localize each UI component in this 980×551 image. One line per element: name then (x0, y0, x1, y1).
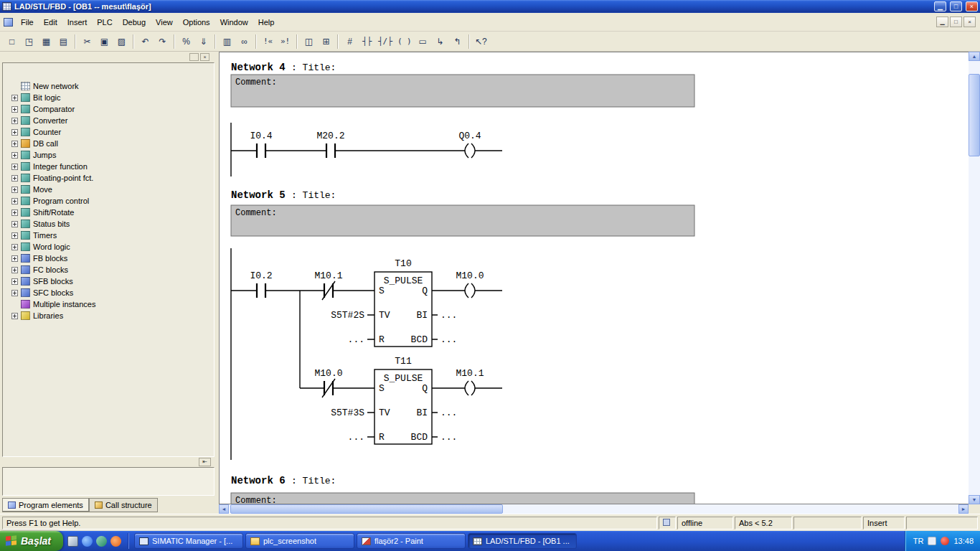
network-5-label[interactable]: Network 5 (231, 189, 286, 201)
menu-insert[interactable]: Insert (62, 15, 93, 29)
network-6-comment-box[interactable]: Comment: (231, 493, 694, 504)
vertical-scroll-track[interactable] (969, 61, 980, 495)
network-5-comment-box[interactable]: Comment: (231, 205, 694, 236)
tree-item-word-logic[interactable]: Word logic (3, 241, 214, 253)
tree-item-shift-rotate[interactable]: Shift/Rotate (3, 207, 214, 218)
menu-window[interactable]: Window (215, 15, 253, 29)
coil-operand[interactable]: M10.0 (456, 270, 484, 281)
tray-icon-1[interactable] (928, 537, 936, 545)
coil-operand[interactable]: M10.1 (456, 368, 484, 379)
expand-toggle[interactable] (11, 221, 18, 227)
close-button[interactable]: × (966, 1, 978, 11)
bcd-operand[interactable]: ... (440, 334, 457, 345)
new-network-button[interactable]: # (341, 34, 358, 50)
firefox-icon[interactable] (110, 536, 121, 547)
timer-block-T11[interactable]: T11 S_PULSE S Q TV BI R BCD (374, 356, 432, 444)
coil-Q0-4[interactable]: Q0.4 (458, 131, 481, 158)
block-function[interactable]: S_PULSE (384, 276, 423, 286)
tree-item-new-network[interactable]: New network (3, 80, 214, 92)
network-6-header[interactable]: Network 6 : Title: (231, 475, 336, 486)
tree-item-bit-logic[interactable]: Bit logic (3, 92, 214, 103)
monitor-button[interactable]: ∞ (236, 34, 253, 50)
scroll-right-icon[interactable]: ► (958, 504, 969, 514)
expand-toggle[interactable] (11, 255, 18, 262)
panel-pin-button[interactable] (189, 53, 199, 61)
mdi-minimize-button[interactable]: ▁ (936, 17, 948, 27)
block-function[interactable]: S_PULSE (384, 373, 423, 384)
contact-operand[interactable]: I0.4 (250, 131, 272, 141)
r-operand[interactable]: ... (348, 334, 364, 345)
mdi-close-button[interactable]: × (963, 17, 976, 27)
horizontal-scroll-track[interactable] (229, 504, 958, 514)
tree-item-floating-point[interactable]: Floating-point fct. (3, 172, 214, 184)
contact-I0-2[interactable]: I0.2 (250, 270, 272, 298)
tree-item-sfb-blocks[interactable]: SFB blocks (3, 276, 214, 287)
expand-toggle[interactable] (11, 106, 18, 113)
start-button[interactable]: Başlat (0, 531, 63, 551)
overview-button[interactable]: ⊞ (318, 34, 334, 50)
timer-block-T10[interactable]: T10 S_PULSE S Q TV BI R BCD (374, 258, 432, 347)
contact-nc-button[interactable]: ┤/├ (376, 34, 395, 50)
bi-operand[interactable]: ... (440, 408, 457, 418)
close-branch-button[interactable]: ↰ (449, 34, 466, 50)
contact-no-button[interactable]: ┤├ (359, 34, 375, 50)
network-6-title[interactable]: : Title: (291, 476, 336, 486)
vertical-scrollbar[interactable]: ▲ ▼ (969, 52, 980, 514)
document-icon[interactable] (4, 18, 13, 27)
media-player-icon[interactable] (96, 536, 107, 547)
horizontal-scrollbar[interactable]: ◄ ► (219, 504, 969, 514)
download-button[interactable]: ⇓ (195, 34, 212, 50)
expand-toggle[interactable] (11, 141, 18, 147)
task-simatic-manager[interactable]: SIMATIC Manager - [... (134, 533, 243, 549)
ladder-editor[interactable]: Network 4 : Title: Comment: I0.4 M20.2 (219, 52, 969, 504)
menu-edit[interactable]: Edit (39, 15, 62, 29)
task-paint[interactable]: flaşör2 - Paint (357, 533, 466, 549)
tree-item-program-control[interactable]: Program control (3, 195, 214, 207)
contact-operand[interactable]: M20.2 (316, 131, 344, 141)
internet-explorer-icon[interactable] (82, 536, 93, 547)
comment-label[interactable]: Comment: (235, 208, 277, 218)
task-plc-screenshot[interactable]: plc_screenshot (245, 533, 354, 549)
split-window-button[interactable]: ◫ (301, 34, 317, 50)
redo-button[interactable]: ↷ (154, 34, 171, 50)
next-error-button[interactable]: »! (277, 34, 293, 50)
contact-I0-4[interactable]: I0.4 (250, 131, 272, 158)
network-4-header[interactable]: Network 4 : Title: (231, 62, 336, 73)
tab-call-structure[interactable]: Call structure (89, 498, 158, 512)
open-button[interactable]: ◳ (21, 34, 37, 50)
bi-operand[interactable]: ... (440, 310, 457, 321)
tree-item-comparator[interactable]: Comparator (3, 103, 214, 115)
expand-toggle[interactable] (11, 95, 18, 101)
tree-item-multiple-instances[interactable]: Multiple instances (3, 298, 214, 310)
expand-toggle[interactable] (11, 175, 18, 182)
save-button[interactable]: ▦ (38, 34, 55, 50)
menu-view[interactable]: View (151, 15, 178, 29)
open-branch-button[interactable]: ↳ (432, 34, 448, 50)
tray-icon-2[interactable] (941, 537, 949, 545)
tree-item-jumps[interactable]: Jumps (3, 149, 214, 161)
contact-operand[interactable]: M10.1 (314, 270, 342, 281)
network-4-comment-box[interactable]: Comment: (231, 75, 694, 107)
network-5-title[interactable]: : Title: (291, 190, 336, 201)
contact-operand[interactable]: M10.0 (314, 368, 342, 379)
tree-item-move[interactable]: Move (3, 184, 214, 195)
scroll-left-icon[interactable]: ◄ (219, 504, 229, 514)
tree-item-libraries[interactable]: Libraries (3, 310, 214, 321)
bcd-operand[interactable]: ... (440, 432, 457, 443)
contact-M10-0-nc[interactable]: M10.0 (314, 368, 342, 397)
tree-item-fb-blocks[interactable]: FB blocks (3, 253, 214, 264)
timer-name[interactable]: T10 (395, 258, 411, 269)
menu-help[interactable]: Help (253, 15, 280, 29)
language-indicator[interactable]: TR (913, 537, 924, 545)
tree-item-status-bits[interactable]: Status bits (3, 218, 214, 230)
help-cursor-button[interactable]: ↖? (473, 34, 489, 50)
contact-operand[interactable]: I0.2 (250, 270, 272, 281)
task-lad-stl-fbd[interactable]: LAD/STL/FBD - [OB1 ... (468, 533, 577, 549)
expand-toggle[interactable] (11, 187, 18, 193)
network-5-header[interactable]: Network 5 : Title: (231, 189, 336, 201)
empty-box-button[interactable]: ▭ (415, 34, 431, 50)
menu-debug[interactable]: Debug (118, 15, 151, 29)
expand-toggle[interactable] (11, 118, 18, 124)
tree-item-sfc-blocks[interactable]: SFC blocks (3, 287, 214, 298)
tree-item-db-call[interactable]: DB call (3, 138, 214, 149)
